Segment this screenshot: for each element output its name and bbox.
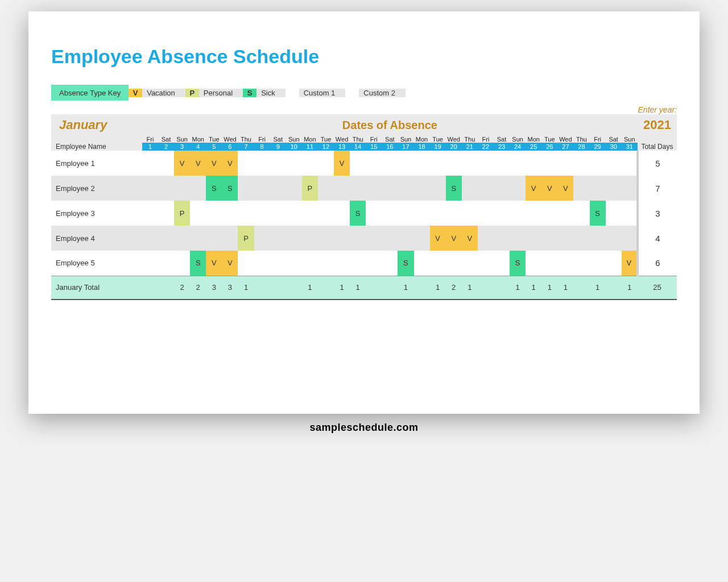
absence-cell[interactable] bbox=[430, 251, 446, 276]
absence-cell[interactable] bbox=[142, 176, 158, 201]
absence-cell[interactable] bbox=[174, 226, 190, 251]
absence-cell[interactable] bbox=[158, 176, 174, 201]
absence-cell[interactable]: V bbox=[174, 151, 190, 176]
absence-cell[interactable] bbox=[366, 251, 382, 276]
absence-cell[interactable] bbox=[573, 201, 589, 226]
absence-cell[interactable]: V bbox=[222, 251, 238, 276]
absence-cell[interactable] bbox=[526, 151, 541, 176]
absence-cell[interactable] bbox=[430, 151, 446, 176]
absence-cell[interactable] bbox=[254, 251, 270, 276]
absence-cell[interactable] bbox=[270, 201, 286, 226]
absence-cell[interactable] bbox=[446, 251, 462, 276]
absence-cell[interactable] bbox=[350, 151, 366, 176]
absence-cell[interactable]: V bbox=[557, 176, 573, 201]
absence-cell[interactable] bbox=[350, 251, 366, 276]
absence-cell[interactable] bbox=[302, 151, 318, 176]
absence-cell[interactable] bbox=[270, 176, 286, 201]
absence-cell[interactable] bbox=[398, 226, 413, 251]
absence-cell[interactable] bbox=[238, 151, 254, 176]
absence-cell[interactable] bbox=[158, 251, 174, 276]
absence-cell[interactable] bbox=[557, 251, 573, 276]
absence-cell[interactable] bbox=[541, 151, 557, 176]
absence-cell[interactable] bbox=[286, 176, 302, 201]
absence-cell[interactable] bbox=[334, 201, 350, 226]
absence-cell[interactable] bbox=[366, 151, 382, 176]
absence-cell[interactable] bbox=[318, 226, 334, 251]
absence-cell[interactable]: S bbox=[590, 201, 606, 226]
absence-cell[interactable] bbox=[573, 151, 589, 176]
absence-cell[interactable] bbox=[270, 151, 286, 176]
absence-cell[interactable] bbox=[462, 176, 478, 201]
absence-cell[interactable] bbox=[206, 226, 222, 251]
absence-cell[interactable] bbox=[302, 201, 318, 226]
absence-cell[interactable] bbox=[573, 226, 589, 251]
absence-cell[interactable] bbox=[446, 151, 462, 176]
absence-cell[interactable] bbox=[366, 201, 382, 226]
absence-cell[interactable] bbox=[350, 226, 366, 251]
absence-cell[interactable]: S bbox=[350, 201, 366, 226]
absence-cell[interactable] bbox=[494, 226, 510, 251]
absence-cell[interactable] bbox=[414, 176, 430, 201]
absence-cell[interactable]: V bbox=[462, 226, 478, 251]
absence-cell[interactable] bbox=[238, 251, 254, 276]
absence-cell[interactable]: V bbox=[446, 226, 462, 251]
absence-cell[interactable] bbox=[462, 151, 478, 176]
absence-cell[interactable]: S bbox=[398, 251, 413, 276]
absence-cell[interactable] bbox=[270, 251, 286, 276]
absence-cell[interactable] bbox=[462, 251, 478, 276]
absence-cell[interactable] bbox=[238, 176, 254, 201]
absence-cell[interactable] bbox=[526, 226, 541, 251]
absence-cell[interactable] bbox=[222, 201, 238, 226]
absence-cell[interactable] bbox=[382, 151, 398, 176]
absence-cell[interactable] bbox=[142, 251, 158, 276]
absence-cell[interactable] bbox=[382, 251, 398, 276]
absence-cell[interactable] bbox=[541, 201, 557, 226]
absence-cell[interactable] bbox=[190, 201, 206, 226]
absence-cell[interactable] bbox=[398, 201, 413, 226]
absence-cell[interactable] bbox=[254, 151, 270, 176]
absence-cell[interactable] bbox=[622, 151, 638, 176]
absence-cell[interactable] bbox=[478, 201, 494, 226]
absence-cell[interactable] bbox=[142, 151, 158, 176]
absence-cell[interactable] bbox=[557, 226, 573, 251]
absence-cell[interactable] bbox=[510, 176, 526, 201]
absence-cell[interactable] bbox=[557, 201, 573, 226]
absence-cell[interactable] bbox=[430, 176, 446, 201]
absence-cell[interactable] bbox=[318, 201, 334, 226]
absence-cell[interactable] bbox=[606, 251, 622, 276]
absence-cell[interactable] bbox=[382, 176, 398, 201]
absence-cell[interactable] bbox=[478, 151, 494, 176]
absence-cell[interactable] bbox=[286, 151, 302, 176]
year-value[interactable]: 2021 bbox=[638, 114, 677, 136]
absence-cell[interactable] bbox=[382, 226, 398, 251]
absence-cell[interactable] bbox=[510, 226, 526, 251]
absence-cell[interactable] bbox=[318, 151, 334, 176]
absence-cell[interactable] bbox=[414, 226, 430, 251]
absence-cell[interactable] bbox=[350, 176, 366, 201]
absence-cell[interactable] bbox=[286, 251, 302, 276]
absence-cell[interactable] bbox=[270, 226, 286, 251]
absence-cell[interactable] bbox=[478, 251, 494, 276]
absence-cell[interactable] bbox=[446, 201, 462, 226]
absence-cell[interactable] bbox=[254, 176, 270, 201]
absence-cell[interactable] bbox=[206, 201, 222, 226]
absence-cell[interactable]: V bbox=[206, 151, 222, 176]
absence-cell[interactable] bbox=[414, 151, 430, 176]
absence-cell[interactable] bbox=[286, 226, 302, 251]
absence-cell[interactable]: V bbox=[190, 151, 206, 176]
absence-cell[interactable] bbox=[158, 201, 174, 226]
absence-cell[interactable] bbox=[573, 251, 589, 276]
absence-cell[interactable] bbox=[142, 201, 158, 226]
absence-cell[interactable] bbox=[366, 226, 382, 251]
absence-cell[interactable] bbox=[318, 176, 334, 201]
absence-cell[interactable] bbox=[494, 151, 510, 176]
absence-cell[interactable] bbox=[606, 226, 622, 251]
absence-cell[interactable] bbox=[541, 226, 557, 251]
absence-cell[interactable] bbox=[606, 151, 622, 176]
absence-cell[interactable] bbox=[541, 251, 557, 276]
absence-cell[interactable] bbox=[302, 251, 318, 276]
absence-cell[interactable] bbox=[334, 251, 350, 276]
absence-cell[interactable] bbox=[622, 201, 638, 226]
absence-cell[interactable] bbox=[590, 251, 606, 276]
absence-cell[interactable] bbox=[590, 176, 606, 201]
